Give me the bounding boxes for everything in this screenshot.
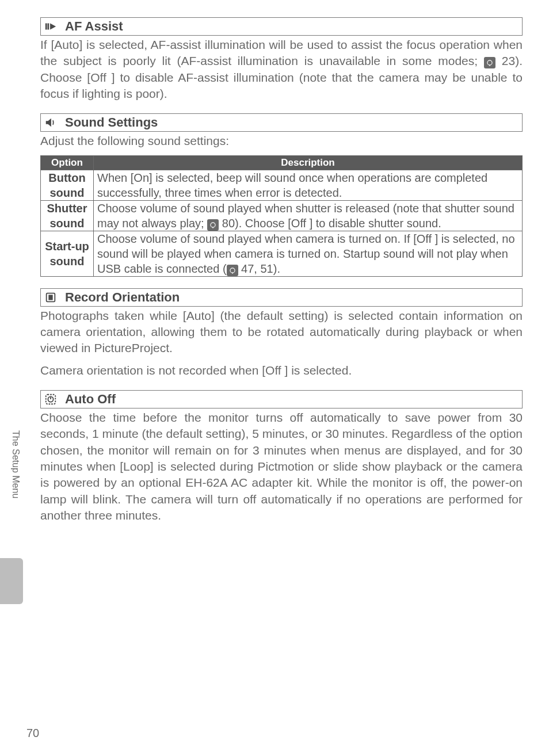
side-tab [0, 558, 23, 604]
desc-cell: Choose volume of sound played when shutt… [94, 200, 523, 231]
option-cell: Shuttersound [41, 200, 94, 231]
af-assist-icon [44, 20, 62, 33]
desc-cell: When [On] is selected, beep will sound o… [94, 170, 523, 200]
table-row: Start-upsound Choose volume of sound pla… [41, 231, 523, 276]
sound-settings-table: Option Description Buttonsound When [On]… [40, 155, 523, 277]
section-title: Auto Off [62, 392, 116, 407]
option-cell: Buttonsound [41, 170, 94, 200]
section-title: Record Orientation [62, 290, 180, 305]
svg-rect-5 [213, 227, 214, 228]
auto-off-body: Choose the time before the monitor turns… [40, 410, 523, 524]
option-cell: Start-upsound [41, 231, 94, 276]
af-assist-body: If [Auto] is selected, AF-assist illumin… [40, 37, 523, 102]
sound-icon [44, 116, 62, 129]
table-row: Buttonsound When [On] is selected, beep … [41, 170, 523, 200]
page-ref-icon [484, 57, 495, 68]
svg-rect-9 [48, 295, 52, 300]
svg-point-4 [211, 223, 215, 227]
section-title: Sound Settings [62, 115, 158, 130]
orientation-icon [44, 291, 62, 304]
record-orientation-body2: Camera orientation is not recorded when … [40, 362, 523, 379]
section-header-af-assist: AF Assist [40, 17, 523, 36]
section-header-auto-off: Auto Off [40, 390, 523, 408]
svg-point-2 [487, 60, 492, 65]
svg-point-6 [230, 268, 234, 273]
page-ref-icon [227, 265, 238, 276]
sound-settings-intro: Adjust the following sound settings: [40, 133, 523, 149]
desc-cell: Choose volume of sound played when camer… [94, 231, 523, 276]
record-orientation-body1: Photographs taken while [Auto] (the defa… [40, 308, 523, 357]
section-header-record-orientation: Record Orientation [40, 288, 523, 307]
table-header-row: Option Description [41, 155, 523, 170]
svg-rect-1 [48, 24, 49, 30]
auto-off-icon [44, 393, 62, 406]
col-description: Description [94, 155, 523, 170]
svg-rect-3 [489, 65, 490, 66]
svg-rect-7 [232, 272, 232, 273]
side-label: The Setup Menu [9, 430, 21, 557]
col-option: Option [41, 155, 94, 170]
section-header-sound-settings: Sound Settings [40, 113, 523, 132]
section-title: AF Assist [62, 19, 123, 34]
table-row: Shuttersound Choose volume of sound play… [41, 200, 523, 231]
page-number: 70 [26, 727, 39, 740]
page: AF Assist If [Auto] is selected, AF-assi… [0, 0, 549, 756]
page-ref-icon [207, 219, 219, 231]
svg-rect-0 [45, 24, 47, 30]
